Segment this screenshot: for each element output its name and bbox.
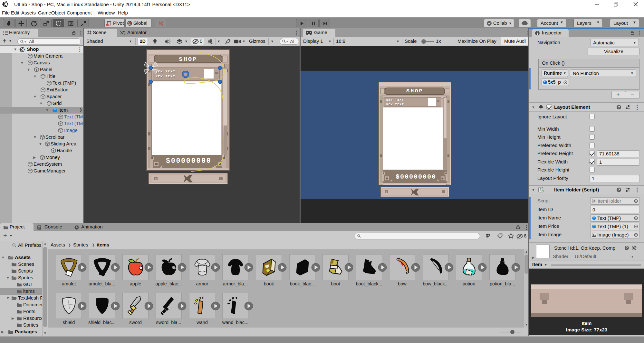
svg-text:?: ? — [618, 188, 620, 192]
svg-text:?: ? — [626, 246, 628, 250]
svg-text:?: ? — [618, 105, 620, 109]
svg-text:#: # — [540, 188, 542, 191]
svg-text:#: # — [593, 199, 595, 203]
